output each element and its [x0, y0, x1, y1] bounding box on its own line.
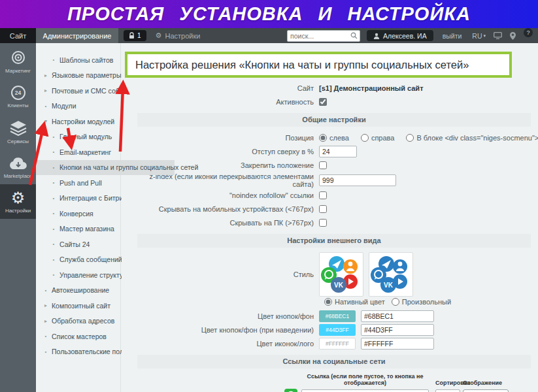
button-color-input[interactable] — [361, 310, 434, 322]
menu-item-message-service[interactable]: •Служба сообщений — [36, 252, 120, 268]
search-icon — [350, 32, 358, 39]
whatsapp-row: whatsapp.com: Всегда — [137, 389, 531, 392]
offset-input[interactable] — [319, 146, 357, 157]
location-pin-icon[interactable] — [510, 28, 516, 43]
monitor-icon[interactable] — [494, 28, 502, 43]
sort-column-header: Сортировка — [435, 380, 462, 386]
promo-banner: ПРОСТАЯ УСТАНОВКА И НАСТРОЙКА — [0, 0, 538, 28]
position-left-radio[interactable] — [319, 134, 327, 142]
menu-item-structure-management[interactable]: •Управление структурой — [36, 267, 120, 283]
layers-icon — [10, 120, 27, 136]
menu-item-shop-master[interactable]: •Мастер магазина — [36, 221, 120, 237]
language-selector[interactable]: RU ▾ — [472, 28, 486, 43]
noindex-checkbox[interactable] — [319, 191, 327, 199]
hover-color-input[interactable] — [361, 324, 434, 336]
hide-mobile-row: Скрывать на мобильных устройствах (<767p… — [137, 203, 531, 216]
menu-item-bitrix24-integration[interactable]: •Интеграция с Битрикс2 — [36, 191, 120, 206]
topbar-spacer — [200, 28, 287, 43]
tab-site[interactable]: Сайт — [0, 28, 36, 43]
rail-item-clients[interactable]: 24 Клиенты — [0, 79, 36, 114]
user-menu[interactable]: Алексеев. ИА — [367, 30, 433, 41]
activity-row: Активность — [137, 95, 531, 108]
icon-color-input[interactable] — [361, 338, 434, 350]
vk-icon: VK — [334, 282, 344, 289]
whatsapp-sort-input[interactable] — [435, 389, 460, 392]
native-color-radio[interactable] — [324, 298, 332, 306]
menu-item-modules[interactable]: •Модули — [36, 99, 120, 114]
site-value: [s1] Демонстрационный сайт — [319, 84, 424, 92]
style-native-preview[interactable]: VK — [319, 252, 363, 297]
icon-color-row: Цвет иконок/лого #FFFFFF — [137, 337, 531, 350]
button-color-swatch[interactable]: #68BEC1 — [319, 310, 356, 322]
button-color-label: Цвет кнопок/фон — [137, 312, 319, 320]
menu-item-email-marketing[interactable]: •Email-маркетинг — [36, 144, 120, 160]
activity-label: Активность — [137, 98, 319, 106]
menu-item-language-params[interactable]: ▸Языковые параметры — [36, 68, 120, 84]
tab-admin[interactable]: Администрирование — [36, 28, 118, 43]
menu-item-user-fields[interactable]: •Пользовательские поля — [36, 344, 120, 360]
menu-item-masters-list[interactable]: •Список мастеров — [36, 329, 120, 344]
user-name: Алексеев. ИА — [383, 32, 427, 40]
menu-item-mail-sms-events[interactable]: ▸Почтовые и СМС события — [36, 83, 120, 99]
menu-item-sites24[interactable]: •Сайты 24 — [36, 237, 120, 252]
menu-item-composite-site[interactable]: ▸Композитный сайт — [36, 298, 120, 314]
zindex-input[interactable] — [319, 174, 396, 186]
content-area: Настройка решения «Кнопки на чаты и груп… — [122, 43, 538, 392]
cloud-download-icon — [9, 156, 27, 171]
hide-pc-label: Скрывать на ПК (>767px) — [137, 219, 319, 227]
custom-color-label: Произвольный — [402, 298, 451, 306]
rail-item-marketing[interactable]: Маркетинг — [0, 43, 36, 79]
language-label: RU — [472, 32, 482, 40]
menu-item-social-buttons[interactable]: •Кнопки на чаты и группы социальных сете… — [36, 160, 175, 176]
icon-color-swatch[interactable]: #FFFFFF — [319, 338, 356, 350]
pin-checkbox[interactable] — [319, 161, 327, 169]
hide-mobile-checkbox[interactable] — [319, 205, 327, 213]
noindex-row: "noindex nofollow" ссылки — [137, 189, 531, 202]
menu-item-conversion[interactable]: •Конверсия — [36, 206, 120, 221]
rail-label-settings: Настройки — [5, 208, 31, 214]
style-label: Стиль — [137, 270, 319, 278]
links-table-header: Ссылка (если поле пустое, то кнопка не о… — [137, 373, 531, 386]
search-input[interactable] — [287, 30, 360, 42]
notifications-button[interactable]: 1 — [124, 30, 146, 41]
rail-item-settings[interactable]: ⚙ Настройки — [0, 184, 36, 219]
lock-icon — [129, 32, 135, 39]
general-settings-header: Общие настройки — [137, 113, 531, 127]
topbar-settings-label: Настройки — [165, 32, 200, 40]
gear-icon: ⚙ — [156, 31, 162, 40]
hover-color-label: Цвет кнопок/фон (при наведении) — [137, 326, 319, 334]
whatsapp-link-input[interactable] — [301, 389, 429, 392]
hide-mobile-label: Скрывать на мобильных устройствах (<767p… — [137, 205, 319, 213]
rail-item-services[interactable]: Сервисы — [0, 114, 36, 150]
hide-pc-row: Скрывать на ПК (>767px) — [137, 216, 531, 229]
menu-item-site-templates[interactable]: •Шаблоны сайтов — [36, 52, 120, 68]
menu-item-main-module[interactable]: •Главный модуль — [36, 129, 120, 145]
social-links-header: Ссылки на социальные сети — [137, 355, 531, 368]
position-right-radio[interactable] — [361, 134, 369, 142]
menu-item-push-and-pull[interactable]: •Push and Pull — [36, 175, 120, 191]
link-column-header: Ссылка (если поле пустое, то кнопка не о… — [301, 373, 429, 386]
help-icon[interactable]: ? — [524, 28, 533, 37]
button-color-row: Цвет кнопок/фон #68BEC1 — [137, 310, 531, 323]
rail-item-marketplace[interactable]: Marketplace — [0, 150, 36, 184]
topbar-settings-button[interactable]: ⚙ Настройки — [156, 28, 201, 43]
search-box — [287, 30, 360, 41]
style-custom-preview[interactable]: VK — [369, 252, 413, 297]
hide-pc-checkbox[interactable] — [319, 219, 327, 227]
rail-label-marketing: Маркетинг — [5, 68, 31, 74]
position-right-label: справа — [371, 134, 395, 142]
offset-row: Отступ сверху в % — [137, 145, 531, 158]
custom-color-radio[interactable] — [392, 298, 399, 306]
zindex-row: z-index (если иконки перекрываются элеме… — [137, 172, 531, 188]
rail-label-clients: Клиенты — [7, 103, 28, 108]
whatsapp-display-select[interactable]: Всегда — [463, 389, 509, 392]
hover-color-swatch[interactable]: #44D3FF — [319, 324, 356, 336]
logout-link[interactable]: выйти — [443, 28, 462, 43]
rail-label-services: Сервисы — [7, 139, 29, 144]
menu-item-autocache[interactable]: •Автокеширование — [36, 283, 120, 299]
menu-item-address-processing[interactable]: ▸Обработка адресов — [36, 314, 120, 329]
position-block-radio[interactable] — [406, 134, 414, 142]
user-icon — [373, 33, 380, 39]
menu-item-module-settings[interactable]: ▾Настройки модулей — [36, 114, 120, 129]
activity-checkbox[interactable] — [319, 98, 327, 106]
